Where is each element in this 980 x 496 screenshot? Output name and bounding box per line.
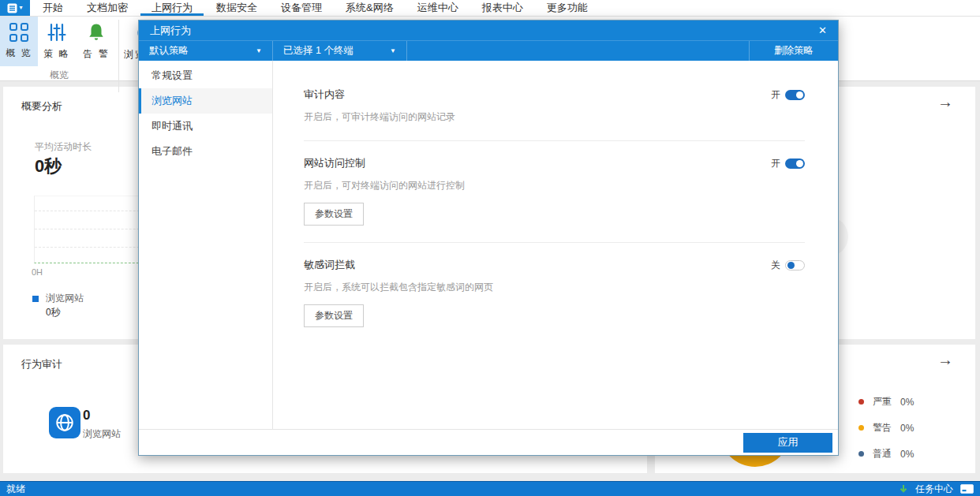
warning-dot-icon [858, 425, 864, 431]
close-button[interactable]: ✕ [818, 24, 827, 36]
toggle-state-label: 开 [771, 157, 780, 170]
apply-button[interactable]: 应用 [743, 433, 832, 453]
dialog-content: 审计内容 开 开启后，可审计终端访问的网站记录 网站访问控制 开 [273, 61, 838, 429]
legend-label: 浏览网站 [46, 292, 84, 305]
app-window: ▾ 开始 文档加密 上网行为 数据安全 设备管理 系统&网络 运维中心 报表中心… [0, 0, 980, 496]
menu-item-data-security[interactable]: 数据安全 [205, 0, 268, 16]
caret-down-icon: ▾ [19, 5, 22, 11]
status-ready-text: 就绪 [6, 483, 25, 496]
internet-behavior-dialog: 上网行为 ✕ 默认策略 ▼ 已选择 1 个终端 ▼ 删除策略 常规设置 浏览网站… [138, 20, 839, 456]
chart-legend: 浏览网站 [32, 292, 84, 305]
console-window-icon[interactable] [960, 484, 974, 494]
policy-select[interactable]: 默认策略 ▼ [139, 41, 273, 61]
title-menu-bar: ▾ 开始 文档加密 上网行为 数据安全 设备管理 系统&网络 运维中心 报表中心… [0, 0, 980, 17]
toggle-state-label: 关 [771, 259, 780, 272]
menu-item-doc-encrypt[interactable]: 文档加密 [76, 0, 139, 16]
browse-website-tile[interactable] [49, 407, 80, 438]
menu-item-system-network[interactable]: 系统&网络 [335, 0, 405, 16]
ribbon-group-label: 概览 [0, 69, 118, 82]
section-divider [304, 140, 805, 141]
card-title: 概要分析 [21, 99, 62, 114]
grid-icon [9, 23, 28, 42]
menu-item-ops-center[interactable]: 运维中心 [406, 0, 469, 16]
arrow-right-icon[interactable]: → [937, 93, 953, 111]
metric-label: 平均活动时长 [35, 140, 92, 154]
audit-label: 浏览网站 [83, 427, 121, 441]
section-title: 网站访问控制 [304, 156, 365, 170]
param-settings-button[interactable]: 参数设置 [304, 304, 364, 327]
toggle-switch-icon [785, 158, 805, 169]
section-title: 审计内容 [304, 88, 345, 102]
section-desc: 开启后，可对终端访问的网站进行控制 [304, 179, 805, 192]
terminal-select-value: 已选择 1 个终端 [283, 44, 353, 58]
menu-item-start[interactable]: 开始 [32, 0, 74, 16]
severe-dot-icon [858, 399, 864, 405]
globe-icon [54, 412, 75, 433]
caret-down-icon: ▼ [390, 47, 396, 54]
section-sensitive-word-block: 敏感词拦截 关 开启后，系统可以拦截包含指定敏感词的网页 参数设置 [304, 258, 805, 327]
nav-item-instant-messaging[interactable]: 即时通讯 [139, 114, 272, 139]
status-bar: 就绪 任务中心 [0, 481, 980, 496]
ribbon-button-alert[interactable]: 告 警 [77, 17, 115, 66]
menu-item-internet-behavior[interactable]: 上网行为 [140, 0, 204, 16]
menu-item-more-features[interactable]: 更多功能 [536, 0, 599, 16]
legend-item-warning: 警告 0% [858, 421, 914, 434]
toggle-switch-icon [785, 260, 805, 270]
section-title: 敏感词拦截 [304, 258, 355, 272]
x-axis-tick: 0H [32, 267, 43, 277]
menu-item-report-center[interactable]: 报表中心 [471, 0, 534, 16]
section-desc: 开启后，系统可以拦截包含指定敏感词的网页 [304, 281, 805, 294]
ribbon-button-label: 概 览 [6, 47, 32, 60]
section-website-access-control: 网站访问控制 开 开启后，可对终端访问的网站进行控制 参数设置 [304, 156, 805, 226]
warning-label: 警告 [873, 421, 892, 434]
nav-item-browse-websites[interactable]: 浏览网站 [139, 88, 272, 114]
dialog-titlebar: 上网行为 ✕ [139, 21, 838, 40]
task-center-link[interactable]: 任务中心 [915, 483, 953, 496]
terminal-select[interactable]: 已选择 1 个终端 ▼ [273, 41, 407, 61]
normal-dot-icon [858, 451, 864, 457]
legend-item-severe: 严重 0% [858, 395, 914, 408]
ribbon-divider [118, 20, 119, 92]
dialog-footer: 应用 [139, 429, 838, 455]
policy-select-value: 默认策略 [149, 44, 189, 58]
metric-value: 0秒 [35, 155, 62, 178]
ribbon-button-label: 告 警 [83, 47, 109, 61]
warning-value: 0% [900, 423, 914, 434]
param-settings-button[interactable]: 参数设置 [304, 203, 364, 226]
menu-item-device-mgmt[interactable]: 设备管理 [270, 0, 333, 16]
audit-count: 0 [83, 408, 90, 423]
toolbar-spacer [407, 41, 749, 61]
toggle-switch-icon [785, 90, 805, 100]
legend-swatch [32, 296, 39, 302]
nav-item-email[interactable]: 电子邮件 [139, 139, 272, 164]
dialog-body: 常规设置 浏览网站 即时通讯 电子邮件 审计内容 开 开启后，可审计终端访问的网… [139, 61, 838, 429]
legend-item-normal: 普通 0% [858, 447, 914, 461]
ribbon-button-label: 策 略 [43, 47, 69, 61]
ribbon-button-overview[interactable]: 概 览 [0, 17, 38, 66]
website-access-toggle[interactable]: 开 [771, 157, 805, 170]
legend-value: 0秒 [46, 306, 61, 319]
sliders-icon [47, 22, 67, 43]
toggle-state-label: 开 [771, 88, 780, 102]
caret-down-icon: ▼ [256, 47, 262, 54]
nav-item-general-settings[interactable]: 常规设置 [139, 63, 272, 88]
download-arrow-icon [899, 484, 908, 494]
section-audit-content: 审计内容 开 开启后，可审计终端访问的网站记录 [304, 88, 805, 124]
ribbon-button-policy[interactable]: 策 略 [38, 17, 76, 66]
arrow-right-icon[interactable]: → [937, 351, 953, 369]
severe-label: 严重 [873, 395, 892, 408]
dialog-title: 上网行为 [150, 24, 191, 38]
bell-icon [86, 22, 107, 43]
app-menu-button[interactable]: ▾ [0, 0, 30, 16]
app-logo-icon [7, 3, 17, 13]
normal-value: 0% [900, 449, 914, 460]
card-title: 行为审计 [21, 357, 62, 371]
dialog-nav: 常规设置 浏览网站 即时通讯 电子邮件 [139, 61, 273, 429]
audit-content-toggle[interactable]: 开 [771, 88, 805, 102]
severe-value: 0% [900, 397, 914, 408]
delete-policy-button[interactable]: 删除策略 [749, 41, 838, 61]
sensitive-word-toggle[interactable]: 关 [771, 259, 805, 272]
section-divider [304, 242, 805, 243]
section-desc: 开启后，可审计终端访问的网站记录 [304, 110, 805, 124]
dialog-toolbar: 默认策略 ▼ 已选择 1 个终端 ▼ 删除策略 [139, 40, 838, 61]
